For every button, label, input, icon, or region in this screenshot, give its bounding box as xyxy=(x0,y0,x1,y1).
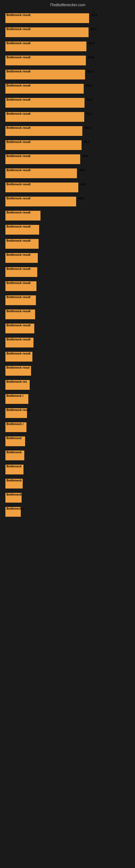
bar-row: Bottleneck xyxy=(5,476,130,491)
bar: Bottleneck result xyxy=(5,338,34,347)
bar-row: Bottleneck xyxy=(5,491,130,505)
bar-label: Bottleneck result xyxy=(6,239,31,242)
bar: Bottleneck res xyxy=(5,380,30,390)
bar-label: Bottleneck result xyxy=(6,27,31,31)
bar-label: Bottleneck result xyxy=(6,352,31,355)
bar: Bottleneck result51.1 xyxy=(5,112,84,122)
bar-row: Bottleneck result50.2 xyxy=(5,138,130,152)
bar: Bottleneck xyxy=(5,451,24,460)
bar: Bottleneck result xyxy=(5,211,41,220)
bar-row: Bottleneck result51.1 xyxy=(5,110,130,124)
bar-value: 52.5 xyxy=(92,13,97,17)
bar-value: 48.2 xyxy=(79,197,84,200)
bar-row: Bottleneck result48.5 xyxy=(5,166,130,180)
bar-label: Bottleneck result xyxy=(6,225,31,228)
bar: Bottleneck result xyxy=(5,239,39,249)
bar: Bottleneck r xyxy=(5,394,28,404)
bar-label: Bottleneck result xyxy=(6,408,31,411)
bar-row: Bottleneck result xyxy=(5,293,130,307)
bar-row: Bottleneck result51.2 xyxy=(5,96,130,110)
bar: Bottleneck result49.1 xyxy=(5,183,78,192)
bar: Bottleneck result51.2 xyxy=(5,98,85,108)
bar-row: Bottleneck result50.9 xyxy=(5,82,130,96)
bar-label: Bottleneck result xyxy=(6,70,31,73)
bar-value: 51.3 xyxy=(87,70,93,73)
bar-label: Bottleneck result xyxy=(6,183,31,186)
bar-label: Bottleneck r xyxy=(6,507,24,510)
bar-label: Bottleneck result xyxy=(6,168,31,172)
bar: Bottleneck result50.2 xyxy=(5,140,82,150)
bar-label: Bottleneck result xyxy=(6,154,31,158)
bar-row: Bottleneck result xyxy=(5,279,130,293)
bar-value: 51.2 xyxy=(87,98,93,101)
bar-label: Bottleneck xyxy=(6,451,21,454)
bar-row: Bottleneck result52.4 xyxy=(5,25,130,39)
bar: Bottleneck resul xyxy=(5,366,31,376)
bar-value: 51.8 xyxy=(89,41,94,45)
bar-label: Bottleneck result xyxy=(6,296,31,299)
bar-value: 50.5 xyxy=(85,126,90,129)
bar-label: Bottleneck result xyxy=(6,41,31,45)
bar-row: Bottleneck res xyxy=(5,378,130,392)
bar-row: Bottleneck r xyxy=(5,392,130,406)
bar: Bottleneck result xyxy=(5,267,37,277)
bar-label: Bottleneck result xyxy=(6,323,31,327)
bar: Bottleneck result xyxy=(5,296,36,305)
bar-row: Bottleneck result51.8 xyxy=(5,39,130,54)
bar-label: Bottleneck xyxy=(6,436,21,440)
bar-label: Bottleneck result xyxy=(6,281,31,284)
bar-label: Bottleneck result xyxy=(6,13,31,17)
bar-value: 52.4 xyxy=(91,27,97,31)
site-title: TheBottlenecker.com xyxy=(0,0,135,8)
bar-row: Bottleneck xyxy=(5,434,130,448)
bar-row: Bottleneck result51.3 xyxy=(5,67,130,82)
bar: Bottleneck result xyxy=(5,253,38,263)
bar-row: Bottleneck result49.1 xyxy=(5,180,130,194)
bar: Bottleneck r xyxy=(5,507,21,517)
bar-label: Bottleneck result xyxy=(6,84,31,87)
bar-label: Bottleneck result xyxy=(6,98,31,101)
bar-row: Bottleneck xyxy=(5,448,130,463)
bar: Bottleneck result50.5 xyxy=(5,126,82,136)
bar-row: Bottleneck result50.5 xyxy=(5,124,130,138)
bar-label: Bottleneck xyxy=(6,479,21,482)
bar-label: Bottleneck xyxy=(6,465,21,468)
bar-row: Bottleneck result xyxy=(5,265,130,279)
bar-row: Bottleneck result xyxy=(5,307,130,321)
bar-row: Bottleneck result49.8 xyxy=(5,152,130,166)
bar-row: Bottleneck result52.5 xyxy=(5,11,130,25)
bar-label: Bottleneck result xyxy=(6,126,31,129)
bar-label: Bottleneck result xyxy=(6,211,31,214)
bar-row: Bottleneck result xyxy=(5,237,130,251)
bar-row: Bottleneck result xyxy=(5,336,130,350)
bar: Bottleneck result xyxy=(5,225,39,235)
bar-row: Bottleneck result xyxy=(5,209,130,223)
bar-row: Bottleneck result xyxy=(5,321,130,336)
bar: Bottleneck result xyxy=(5,408,27,418)
bar-label: Bottleneck r xyxy=(6,422,24,426)
bar-label: Bottleneck result xyxy=(6,267,31,271)
bar-row: Bottleneck result xyxy=(5,251,130,265)
bar-value: 50.9 xyxy=(86,84,92,87)
bar: Bottleneck xyxy=(5,465,24,474)
bar: Bottleneck result xyxy=(5,281,37,291)
bar-value: 49.1 xyxy=(81,183,86,186)
bar-label: Bottleneck result xyxy=(6,338,31,341)
bar-value: 50.2 xyxy=(84,140,90,144)
bar-label: Bottleneck resul xyxy=(6,366,30,369)
bar-label: Bottleneck result xyxy=(6,112,31,115)
bar: Bottleneck xyxy=(5,493,21,503)
bar-label: Bottleneck result xyxy=(6,310,31,313)
bar-row: Bottleneck result51.6 xyxy=(5,54,130,67)
bar-row: Bottleneck r xyxy=(5,505,130,519)
bar-label: Bottleneck result xyxy=(6,140,31,144)
bar: Bottleneck result51.6 xyxy=(5,56,86,65)
bar: Bottleneck result50.9 xyxy=(5,84,84,94)
bar-row: Bottleneck xyxy=(5,463,130,476)
bar-row: Bottleneck result xyxy=(5,406,130,420)
bar: Bottleneck xyxy=(5,436,25,446)
bar-label: Bottleneck xyxy=(6,493,21,496)
chart-container: Bottleneck result52.5Bottleneck result52… xyxy=(0,8,135,522)
bar-label: Bottleneck res xyxy=(6,380,27,383)
bar: Bottleneck result49.8 xyxy=(5,154,80,164)
